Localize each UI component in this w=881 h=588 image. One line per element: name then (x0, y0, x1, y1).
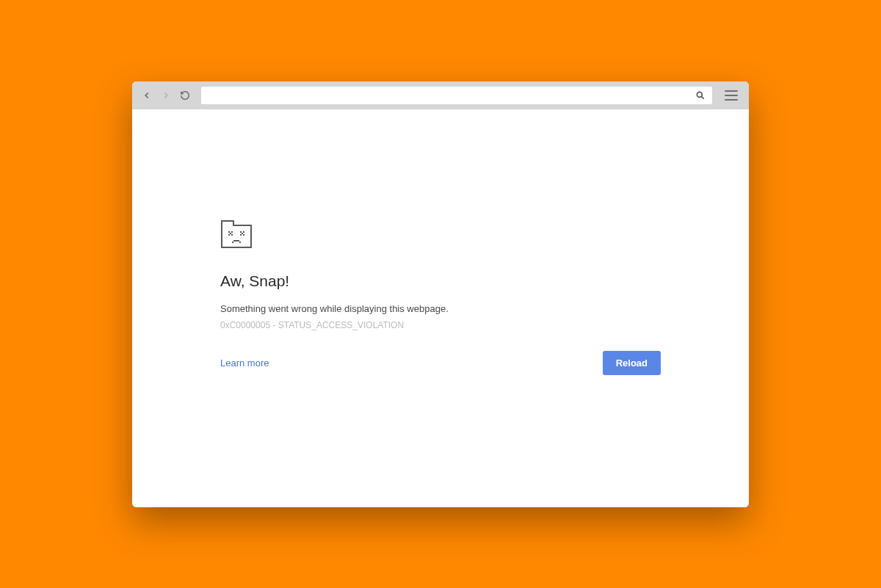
address-input[interactable] (207, 90, 695, 101)
chevron-left-icon (142, 90, 152, 101)
error-message: Something went wrong while displaying th… (220, 303, 661, 314)
learn-more-link[interactable]: Learn more (220, 357, 269, 369)
reload-button[interactable]: Reload (603, 351, 661, 375)
error-actions: Learn more Reload (220, 351, 661, 375)
error-code: 0xC0000005 - STATUS_ACCESS_VIOLATION (220, 320, 661, 330)
svg-rect-7 (240, 231, 242, 233)
hamburger-icon (725, 90, 738, 92)
svg-rect-6 (231, 234, 233, 236)
chevron-right-icon (161, 90, 171, 101)
reload-icon (180, 90, 190, 101)
svg-rect-10 (240, 234, 242, 236)
svg-rect-11 (243, 234, 244, 236)
address-bar (201, 87, 712, 104)
svg-line-1 (701, 96, 703, 98)
svg-rect-12 (232, 242, 233, 243)
forward-button[interactable] (159, 88, 173, 103)
page-content: Aw, Snap! Something went wrong while dis… (132, 109, 749, 507)
svg-rect-4 (230, 233, 231, 234)
svg-rect-2 (228, 231, 230, 233)
svg-rect-8 (243, 231, 244, 233)
error-title: Aw, Snap! (220, 272, 661, 290)
svg-rect-9 (242, 233, 243, 234)
back-button[interactable] (139, 88, 154, 103)
browser-window: Aw, Snap! Something went wrong while dis… (132, 81, 749, 507)
sad-folder-icon (220, 219, 661, 252)
menu-button[interactable] (721, 87, 742, 104)
reload-nav-button[interactable] (178, 88, 192, 103)
toolbar (132, 81, 749, 109)
svg-rect-3 (231, 231, 233, 233)
svg-rect-5 (228, 234, 230, 236)
svg-point-0 (697, 92, 702, 97)
svg-rect-14 (239, 242, 241, 243)
svg-rect-13 (233, 240, 239, 242)
search-icon[interactable] (695, 90, 706, 101)
